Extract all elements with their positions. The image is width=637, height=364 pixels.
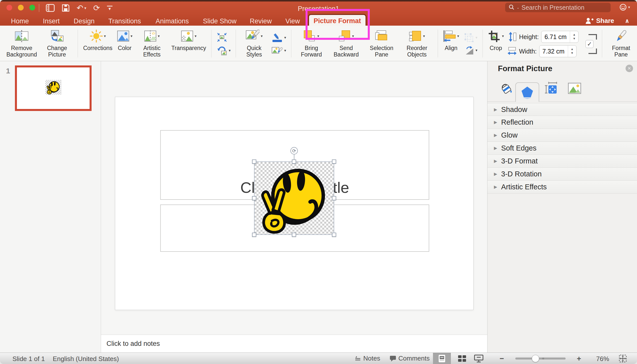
- crop-button[interactable]: ▾ Crop: [486, 27, 506, 61]
- section-3d-rotation[interactable]: ▶ 3-D Rotation: [488, 168, 637, 181]
- size-properties-icon: [544, 82, 558, 95]
- change-picture-button[interactable]: Change Picture: [39, 27, 75, 61]
- width-input[interactable]: [540, 48, 568, 55]
- height-stepper-up-icon[interactable]: ▲: [573, 33, 576, 37]
- slide-sorter-icon: [458, 354, 466, 363]
- rotate-objects-button[interactable]: ▾: [463, 46, 478, 55]
- align-button[interactable]: ▾ Align: [441, 27, 461, 61]
- tab-view[interactable]: View: [286, 18, 300, 25]
- corrections-button[interactable]: ▾ Corrections: [81, 27, 115, 61]
- section-reflection[interactable]: ▶ Reflection: [488, 116, 637, 129]
- tab-animations[interactable]: Animations: [156, 18, 189, 25]
- picture-border-icon: [272, 33, 283, 42]
- zoom-level[interactable]: 76%: [596, 355, 609, 363]
- send-backward-button[interactable]: ▾ Send Backward: [328, 27, 364, 61]
- section-soft-edges[interactable]: ▶ Soft Edges: [488, 142, 637, 155]
- bring-forward-button[interactable]: ▾ Bring Forward: [294, 27, 329, 61]
- close-panel-button[interactable]: ✕: [626, 65, 633, 72]
- resize-handle-w[interactable]: [252, 196, 256, 200]
- normal-view-button[interactable]: [433, 353, 451, 364]
- resize-handle-sw[interactable]: [252, 233, 256, 237]
- section-artistic-effects[interactable]: ▶ Artistic Effects: [488, 181, 637, 194]
- send-backward-icon: [338, 30, 351, 42]
- collapse-ribbon-icon[interactable]: ∧: [625, 18, 630, 24]
- reset-picture-button[interactable]: ▾: [216, 46, 231, 56]
- height-input[interactable]: [542, 33, 570, 41]
- format-pane-button[interactable]: Format Pane: [605, 27, 637, 61]
- thumbnail-smiley-image: [45, 80, 62, 94]
- height-field[interactable]: ▲ ▼: [541, 31, 578, 43]
- slide-sorter-view-button[interactable]: [456, 353, 468, 364]
- feedback-control[interactable]: ▾: [619, 3, 630, 11]
- search-scope-caret-icon[interactable]: ⌄: [516, 6, 520, 10]
- transparency-button[interactable]: ▾ Transparency: [169, 27, 208, 61]
- tab-design[interactable]: Design: [74, 18, 94, 25]
- width-field[interactable]: ▲ ▼: [539, 45, 576, 57]
- tab-picture-format[interactable]: Picture Format: [308, 14, 366, 27]
- zoom-in-button[interactable]: +: [577, 353, 581, 364]
- ribbon-group-divider: [482, 30, 483, 58]
- slideshow-view-button[interactable]: [472, 353, 486, 364]
- group-objects-button[interactable]: ▾: [463, 33, 478, 42]
- change-picture-icon: [50, 30, 64, 42]
- lock-aspect-ratio-control[interactable]: ✓: [580, 27, 599, 61]
- artistic-effects-button[interactable]: ▾ Artistic Effects: [134, 27, 169, 61]
- compress-pictures-button[interactable]: [216, 32, 231, 42]
- tab-slide-show[interactable]: Slide Show: [203, 18, 236, 25]
- resize-handle-ne[interactable]: [332, 160, 336, 164]
- resize-handle-nw[interactable]: [252, 160, 256, 164]
- language-indicator[interactable]: English (United States): [53, 355, 119, 363]
- tab-home[interactable]: Home: [11, 18, 29, 25]
- resize-handle-s[interactable]: [292, 233, 296, 237]
- quick-styles-button[interactable]: ▾ Quick Styles: [239, 27, 270, 61]
- section-shadow[interactable]: ▶ Shadow: [488, 103, 637, 116]
- resize-handle-se[interactable]: [332, 233, 336, 237]
- lock-aspect-ratio-checkbox[interactable]: ✓: [586, 40, 594, 48]
- slide-thumbnail[interactable]: [15, 66, 92, 111]
- zoom-slider[interactable]: [515, 358, 566, 360]
- section-glow[interactable]: ▶ Glow: [488, 129, 637, 142]
- color-button[interactable]: ▾ Color: [115, 27, 135, 61]
- tab-transitions[interactable]: Transitions: [108, 18, 141, 25]
- remove-background-icon: [15, 30, 28, 42]
- tab-review[interactable]: Review: [250, 18, 272, 25]
- search-box[interactable]: ⌄: [505, 3, 610, 12]
- slide-canvas[interactable]: Click to add title ⟳: [115, 97, 474, 310]
- tab-insert[interactable]: Insert: [43, 18, 60, 25]
- search-input[interactable]: [521, 4, 607, 12]
- picture-border-button[interactable]: ▾: [272, 33, 286, 42]
- fit-slide-to-window-button[interactable]: [618, 353, 627, 364]
- picture-tab[interactable]: [566, 80, 582, 96]
- notes-placeholder-text: Click to add notes: [106, 340, 160, 348]
- corrections-dropdown-icon: ▾: [104, 34, 106, 38]
- notes-toggle-button[interactable]: Notes: [354, 353, 380, 364]
- disclosure-icon: ▶: [494, 146, 497, 151]
- disclosure-icon: ▶: [494, 107, 497, 112]
- height-stepper-down-icon[interactable]: ▼: [573, 37, 576, 41]
- width-stepper-down-icon[interactable]: ▼: [570, 51, 574, 55]
- width-stepper[interactable]: ▲ ▼: [568, 46, 576, 57]
- picture-effects-button[interactable]: ▾: [272, 46, 286, 55]
- rotate-objects-dropdown-icon: ▾: [476, 48, 478, 52]
- selection-pane-button[interactable]: Selection Pane: [364, 27, 399, 61]
- section-3d-format[interactable]: ▶ 3-D Format: [488, 155, 637, 168]
- share-button[interactable]: Share: [585, 17, 614, 25]
- reorder-objects-button[interactable]: ▾ Reorder Objects: [399, 27, 435, 61]
- width-stepper-up-icon[interactable]: ▲: [570, 47, 574, 51]
- zoom-slider-knob[interactable]: [532, 355, 539, 362]
- zoom-out-button[interactable]: −: [500, 353, 504, 364]
- resize-handle-e[interactable]: [332, 196, 336, 200]
- size-properties-tab[interactable]: [543, 80, 559, 96]
- picture-effects-dropdown-icon: ▾: [284, 48, 286, 53]
- selected-picture[interactable]: ⟳: [254, 162, 334, 234]
- fill-line-tab[interactable]: [498, 80, 514, 96]
- notes-pane[interactable]: Click to add notes: [101, 335, 487, 352]
- effects-tab-selected[interactable]: [515, 82, 539, 102]
- rotation-handle[interactable]: ⟳: [290, 147, 298, 154]
- group-objects-icon: [463, 33, 474, 42]
- comments-toggle-button[interactable]: Comments: [390, 353, 430, 364]
- resize-handle-n[interactable]: [292, 160, 296, 164]
- height-stepper[interactable]: ▲ ▼: [570, 31, 578, 42]
- group-objects-dropdown-icon: ▾: [476, 35, 478, 40]
- remove-background-button[interactable]: Remove Background: [4, 27, 39, 61]
